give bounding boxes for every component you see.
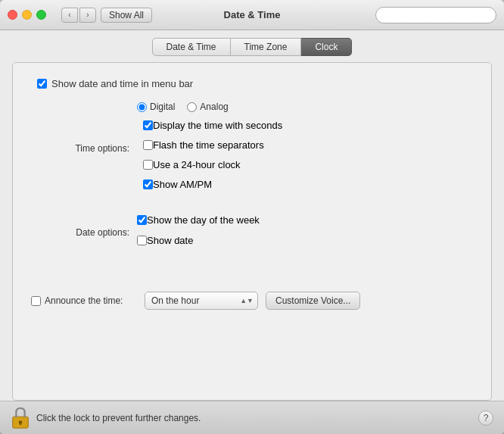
time-options-row: Time options: Digital Analog Display [31, 101, 473, 195]
search-input[interactable] [375, 7, 496, 23]
tab-clock[interactable]: Clock [301, 38, 352, 56]
nav-buttons: ‹ › [61, 8, 96, 23]
tabs-row: Date & Time Time Zone Clock [0, 30, 504, 62]
show-menubar-checkbox[interactable] [37, 79, 47, 89]
bottom-bar: Click the lock to prevent further change… [0, 401, 504, 434]
lock-icon[interactable] [11, 407, 30, 429]
show-date-row[interactable]: Show date [137, 235, 260, 246]
show-menubar-label[interactable]: Show date and time in menu bar [51, 78, 193, 89]
search-wrapper: ⚲ [375, 7, 496, 23]
sub-options: Display the time with seconds Flash the … [143, 120, 282, 195]
display-seconds-checkbox[interactable] [143, 120, 153, 130]
announce-frequency-select[interactable]: On the hour On the half hour On the quar… [145, 292, 258, 310]
minimize-button[interactable] [22, 10, 32, 20]
flash-separators-row[interactable]: Flash the time separators [143, 139, 282, 151]
use-24hr-row[interactable]: Use a 24-hour clock [143, 159, 282, 170]
show-all-button[interactable]: Show All [101, 8, 152, 23]
show-ampm-row[interactable]: Show AM/PM [143, 179, 282, 190]
nav-forward-button[interactable]: › [79, 8, 96, 23]
traffic-lights [8, 10, 46, 20]
show-day-checkbox[interactable] [137, 215, 147, 225]
analog-radio-label[interactable]: Analog [187, 101, 228, 112]
help-button[interactable]: ? [478, 411, 493, 426]
customize-voice-button[interactable]: Customize Voice... [266, 292, 360, 310]
nav-back-button[interactable]: ‹ [61, 8, 78, 23]
announce-row: Announce the time: On the hour On the ha… [31, 292, 473, 310]
announce-label[interactable]: Announce the time: [31, 295, 137, 306]
maximize-button[interactable] [36, 10, 46, 20]
tab-date-time[interactable]: Date & Time [152, 38, 231, 56]
time-options-block: Digital Analog Display the time with sec… [137, 101, 282, 195]
digital-analog-row: Digital Analog [137, 101, 282, 112]
close-button[interactable] [8, 10, 17, 20]
lock-text: Click the lock to prevent further change… [36, 413, 201, 423]
content-area: Show date and time in menu bar Time opti… [12, 62, 492, 401]
digital-radio[interactable] [137, 102, 147, 112]
announce-select-wrapper: On the hour On the half hour On the quar… [145, 292, 258, 310]
main-window: ‹ › Show All Date & Time ⚲ Date & Time T… [0, 0, 504, 434]
analog-radio[interactable] [187, 102, 197, 112]
titlebar: ‹ › Show All Date & Time ⚲ [0, 0, 504, 30]
display-seconds-row[interactable]: Display the time with seconds [143, 120, 282, 131]
digital-radio-label[interactable]: Digital [137, 101, 175, 112]
date-options-block: Show the day of the week Show date [137, 214, 260, 251]
use-24hr-checkbox[interactable] [143, 160, 153, 170]
show-menubar-row: Show date and time in menu bar [37, 78, 473, 89]
show-ampm-checkbox[interactable] [143, 180, 153, 189]
tab-time-zone[interactable]: Time Zone [231, 38, 302, 56]
svg-rect-2 [20, 422, 21, 425]
date-options-label: Date options: [31, 227, 129, 238]
announce-checkbox[interactable] [31, 296, 41, 306]
window-title: Date & Time [224, 9, 281, 20]
date-options-row: Date options: Show the day of the week S… [31, 214, 473, 251]
flash-separators-checkbox[interactable] [143, 140, 153, 150]
show-date-checkbox[interactable] [137, 236, 147, 245]
show-day-row[interactable]: Show the day of the week [137, 214, 260, 226]
time-options-label: Time options: [31, 143, 129, 154]
